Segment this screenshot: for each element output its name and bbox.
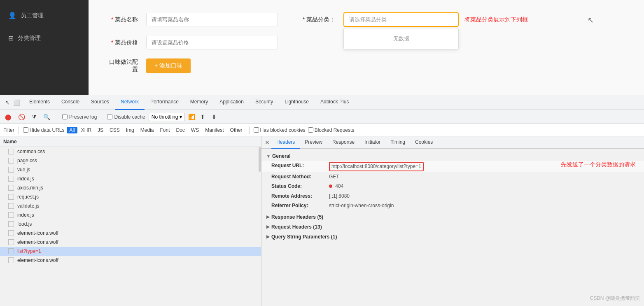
file-item[interactable]: element-icons.woff: [0, 238, 261, 247]
filter-type-manifest[interactable]: Manifest: [203, 127, 226, 133]
tab-elements[interactable]: Elements: [23, 95, 56, 110]
file-checkbox[interactable]: [8, 194, 14, 200]
hide-data-urls-checkbox[interactable]: Hide data URLs: [23, 127, 65, 133]
request-headers-header[interactable]: ▶ Request Headers (13): [261, 223, 644, 231]
filter-type-xhr[interactable]: XHR: [79, 127, 94, 133]
file-list-scroll[interactable]: common.css page.css vue.js index.js: [0, 147, 261, 306]
file-item[interactable]: vue.js: [0, 165, 261, 174]
preserve-log-checkbox[interactable]: Preserve log: [62, 114, 97, 120]
blocked-requests-checkbox[interactable]: Blocked Requests: [308, 127, 355, 133]
file-checkbox[interactable]: [8, 221, 14, 227]
file-checkbox[interactable]: [8, 185, 14, 191]
remote-address-row: Remote Address: [::1]:8080: [261, 192, 644, 201]
filter-type-media[interactable]: Media: [138, 127, 156, 133]
file-item[interactable]: request.js: [0, 192, 261, 201]
file-item[interactable]: index.js: [0, 210, 261, 220]
throttling-select[interactable]: No throttling ▾: [149, 113, 185, 121]
status-dot-icon: [329, 185, 332, 188]
file-item[interactable]: page.css: [0, 156, 261, 165]
detail-close-button[interactable]: ✕: [263, 138, 271, 147]
file-item[interactable]: element-icons.woff: [0, 229, 261, 238]
query-string-header[interactable]: ▶ Query String Parameters (1): [261, 233, 644, 241]
request-method-row: Request Method: GET: [261, 172, 644, 182]
detail-tab-initiator[interactable]: Initiator: [359, 136, 385, 149]
tab-performance[interactable]: Performance: [145, 95, 184, 110]
file-item[interactable]: food.js: [0, 220, 261, 229]
filter-button[interactable]: ⧩: [30, 112, 38, 121]
detail-tab-timing[interactable]: Timing: [385, 136, 410, 149]
detail-tab-preview[interactable]: Preview: [300, 136, 327, 149]
file-checkbox[interactable]: [8, 158, 14, 164]
inspect-element-icon[interactable]: ⬜: [13, 99, 20, 106]
dish-name-input[interactable]: [146, 13, 278, 26]
scrollbar-thumb[interactable]: [259, 147, 261, 172]
record-button[interactable]: ⬤: [3, 113, 13, 121]
detail-tab-response[interactable]: Response: [327, 136, 359, 149]
file-item-selected[interactable]: list?type=1: [0, 247, 261, 256]
file-name: index.js: [17, 212, 34, 218]
tab-adblock[interactable]: Adblock Plus: [315, 95, 355, 110]
response-headers-header[interactable]: ▶ Response Headers (5): [261, 213, 644, 221]
add-flavor-button[interactable]: + 添加口味: [146, 58, 191, 73]
filter-type-css[interactable]: CSS: [107, 127, 122, 133]
file-checkbox[interactable]: [8, 212, 14, 218]
status-code-key: Status Code:: [271, 182, 329, 190]
general-section-header[interactable]: ▼ General: [261, 152, 644, 160]
clear-button[interactable]: 🚫: [16, 113, 27, 121]
filter-type-all[interactable]: All: [67, 127, 77, 133]
file-checkbox[interactable]: [8, 149, 14, 154]
upload-icon[interactable]: ⬆: [198, 113, 207, 121]
filter-type-js[interactable]: JS: [95, 127, 106, 133]
sidebar-item-category[interactable]: ⊞ 分类管理: [0, 27, 89, 49]
tab-memory[interactable]: Memory: [184, 95, 214, 110]
annotation-category: 将菜品分类展示到下列框: [464, 16, 528, 23]
search-button[interactable]: 🔍: [42, 113, 52, 121]
file-name: page.css: [17, 158, 37, 164]
file-item[interactable]: common.css: [0, 147, 261, 156]
category-select[interactable]: 请选择菜品分类: [343, 12, 459, 27]
has-blocked-cookies-checkbox[interactable]: Has blocked cookies: [254, 127, 306, 133]
tab-console[interactable]: Console: [56, 95, 85, 110]
file-checkbox[interactable]: [8, 203, 14, 209]
file-checkbox[interactable]: [8, 167, 14, 173]
detail-tab-cookies[interactable]: Cookies: [410, 136, 438, 149]
download-icon[interactable]: ⬇: [210, 113, 218, 121]
network-filter-bar: Filter Hide data URLs All XHR JS CSS Img…: [0, 124, 644, 136]
file-item[interactable]: element-icons.woff: [0, 256, 261, 265]
cursor-tool-icon[interactable]: ↖: [5, 99, 10, 106]
filter-type-img[interactable]: Img: [124, 127, 137, 133]
tab-network[interactable]: Network: [115, 95, 145, 110]
watermark: CSDN @随身携带韵笑: [590, 295, 640, 302]
dish-name-label: 菜品名称: [105, 16, 138, 23]
remote-address-value: [::1]:8080: [329, 192, 350, 200]
file-item[interactable]: index.js: [0, 174, 261, 183]
file-checkbox[interactable]: [8, 176, 14, 182]
file-name: index.js: [17, 176, 34, 182]
sidebar-item-employee[interactable]: 👤 员工管理: [0, 4, 89, 27]
file-checkbox[interactable]: [8, 257, 14, 263]
sidebar: 👤 员工管理 ⊞ 分类管理: [0, 0, 89, 95]
dish-price-input[interactable]: [146, 36, 278, 49]
filter-type-font[interactable]: Font: [157, 127, 172, 133]
file-checkbox[interactable]: [8, 248, 14, 254]
tab-lighthouse[interactable]: Lighthouse: [279, 95, 315, 110]
file-name: common.css: [17, 149, 45, 154]
file-item[interactable]: axios.min.js: [0, 183, 261, 192]
file-checkbox[interactable]: [8, 239, 14, 245]
file-name-selected: list?type=1: [17, 248, 41, 254]
filter-separator: [19, 126, 19, 134]
tab-sources[interactable]: Sources: [85, 95, 115, 110]
filter-type-doc[interactable]: Doc: [174, 127, 187, 133]
detail-tab-headers[interactable]: Headers: [271, 136, 300, 149]
file-item[interactable]: validate.js: [0, 201, 261, 210]
filter-type-other[interactable]: Other: [228, 127, 245, 133]
expand-icon: ▶: [266, 224, 270, 229]
tab-application[interactable]: Application: [214, 95, 250, 110]
tab-security[interactable]: Security: [250, 95, 279, 110]
response-headers-section: ▶ Response Headers (5): [261, 213, 644, 221]
file-name: axios.min.js: [17, 185, 43, 191]
file-name: element-icons.woff: [17, 257, 58, 263]
filter-type-ws[interactable]: WS: [189, 127, 201, 133]
file-checkbox[interactable]: [8, 230, 14, 236]
disable-cache-checkbox[interactable]: Disable cache: [107, 114, 145, 120]
